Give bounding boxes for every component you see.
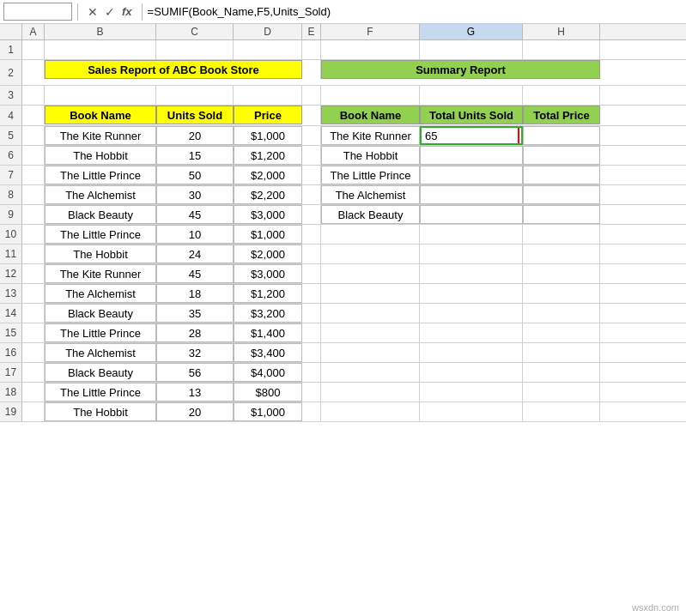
cell-d8[interactable]: $2,200 <box>234 185 302 204</box>
cell-e1[interactable] <box>302 40 321 59</box>
cell-c4-header[interactable]: Units Sold <box>156 106 234 124</box>
cell-d5[interactable]: $1,000 <box>234 126 302 145</box>
cell-h19[interactable] <box>523 402 600 421</box>
cell-g12[interactable] <box>420 264 523 283</box>
cell-f17[interactable] <box>321 363 420 382</box>
cell-g14[interactable] <box>420 304 523 323</box>
cell-e8[interactable] <box>302 185 321 204</box>
cell-b6[interactable]: The Hobbit <box>45 146 156 165</box>
cell-c5[interactable]: 20 <box>156 126 234 145</box>
cell-c17[interactable]: 56 <box>156 363 234 382</box>
cell-h7[interactable] <box>523 166 600 184</box>
formula-input[interactable] <box>144 5 686 18</box>
cell-a3[interactable] <box>22 86 45 105</box>
cell-g8[interactable] <box>420 185 523 204</box>
cell-h13[interactable] <box>523 284 600 303</box>
cell-e3[interactable] <box>302 86 321 105</box>
cell-f15[interactable] <box>321 323 420 342</box>
cell-h5[interactable] <box>523 126 600 145</box>
cell-g17[interactable] <box>420 363 523 382</box>
cell-f6[interactable]: The Hobbit <box>321 146 420 165</box>
cell-e18[interactable] <box>302 383 321 402</box>
cell-e7[interactable] <box>302 166 321 184</box>
col-header-b[interactable]: B <box>45 24 156 39</box>
cell-f7[interactable]: The Little Prince <box>321 166 420 184</box>
cell-b17[interactable]: Black Beauty <box>45 363 156 382</box>
cell-a1[interactable] <box>22 40 45 59</box>
cell-e4[interactable] <box>302 106 321 124</box>
cell-f16[interactable] <box>321 343 420 362</box>
confirm-icon[interactable]: ✓ <box>102 5 118 19</box>
cell-g6[interactable] <box>420 146 523 165</box>
cell-h18[interactable] <box>523 383 600 402</box>
cell-h1[interactable] <box>523 40 600 59</box>
cell-b16[interactable]: The Alchemist <box>45 343 156 362</box>
cell-e17[interactable] <box>302 363 321 382</box>
cell-f18[interactable] <box>321 383 420 402</box>
cell-d4-header[interactable]: Price <box>234 106 302 124</box>
cell-f10[interactable] <box>321 225 420 244</box>
cell-b14[interactable]: Black Beauty <box>45 304 156 323</box>
cell-b11[interactable]: The Hobbit <box>45 245 156 263</box>
cell-h9[interactable] <box>523 205 600 224</box>
cell-h17[interactable] <box>523 363 600 382</box>
cell-g18[interactable] <box>420 383 523 402</box>
cell-a4[interactable] <box>22 106 45 124</box>
cell-g4-header[interactable]: Total Units Sold <box>420 106 523 124</box>
col-header-d[interactable]: D <box>234 24 302 39</box>
sales-title[interactable]: Sales Report of ABC Book Store <box>45 60 302 79</box>
cell-f5[interactable]: The Kite Runner <box>321 126 420 145</box>
cell-f14[interactable] <box>321 304 420 323</box>
cell-b1[interactable] <box>45 40 156 59</box>
cell-a7[interactable] <box>22 166 45 184</box>
cell-h8[interactable] <box>523 185 600 204</box>
cell-d18[interactable]: $800 <box>234 383 302 402</box>
cell-e11[interactable] <box>302 245 321 263</box>
cell-h12[interactable] <box>523 264 600 283</box>
cell-a13[interactable] <box>22 284 45 303</box>
cell-a14[interactable] <box>22 304 45 323</box>
cell-a17[interactable] <box>22 363 45 382</box>
cell-h14[interactable] <box>523 304 600 323</box>
cell-a19[interactable] <box>22 402 45 421</box>
cell-g16[interactable] <box>420 343 523 362</box>
cell-c7[interactable]: 50 <box>156 166 234 184</box>
cell-d11[interactable]: $2,000 <box>234 245 302 263</box>
cell-g7[interactable] <box>420 166 523 184</box>
cell-d9[interactable]: $3,000 <box>234 205 302 224</box>
cell-c19[interactable]: 20 <box>156 402 234 421</box>
summary-title[interactable]: Summary Report <box>321 60 600 79</box>
cell-f9[interactable]: Black Beauty <box>321 205 420 224</box>
cell-f19[interactable] <box>321 402 420 421</box>
cell-c12[interactable]: 45 <box>156 264 234 283</box>
cell-b15[interactable]: The Little Prince <box>45 323 156 342</box>
cell-e19[interactable] <box>302 402 321 421</box>
cell-b7[interactable]: The Little Prince <box>45 166 156 184</box>
cell-f8[interactable]: The Alchemist <box>321 185 420 204</box>
cell-a5[interactable] <box>22 126 45 145</box>
col-header-c[interactable]: C <box>156 24 234 39</box>
cell-c9[interactable]: 45 <box>156 205 234 224</box>
cell-a11[interactable] <box>22 245 45 263</box>
cell-d7[interactable]: $2,000 <box>234 166 302 184</box>
cell-d14[interactable]: $3,200 <box>234 304 302 323</box>
cell-a2[interactable] <box>22 60 45 79</box>
cell-c8[interactable]: 30 <box>156 185 234 204</box>
cell-h10[interactable] <box>523 225 600 244</box>
cell-b12[interactable]: The Kite Runner <box>45 264 156 283</box>
cell-e10[interactable] <box>302 225 321 244</box>
col-header-e[interactable]: E <box>302 24 321 39</box>
cell-a12[interactable] <box>22 264 45 283</box>
cell-a18[interactable] <box>22 383 45 402</box>
col-header-f[interactable]: F <box>321 24 420 39</box>
cell-g5[interactable]: 65 <box>420 126 523 145</box>
cell-d10[interactable]: $1,000 <box>234 225 302 244</box>
cell-c11[interactable]: 24 <box>156 245 234 263</box>
cell-f3[interactable] <box>321 86 420 105</box>
cell-h4-header[interactable]: Total Price <box>523 106 600 124</box>
cell-c14[interactable]: 35 <box>156 304 234 323</box>
cell-c15[interactable]: 28 <box>156 323 234 342</box>
col-header-h[interactable]: H <box>523 24 600 39</box>
cell-e13[interactable] <box>302 284 321 303</box>
cell-d6[interactable]: $1,200 <box>234 146 302 165</box>
